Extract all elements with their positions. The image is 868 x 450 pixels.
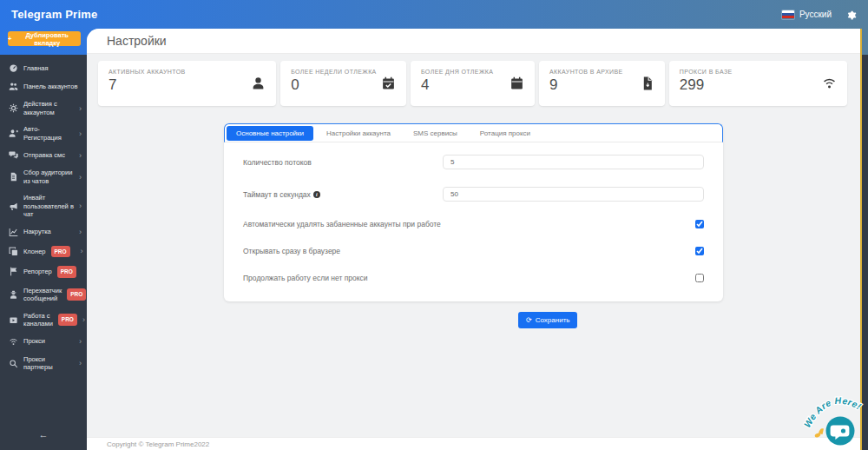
chevron-right-icon: › xyxy=(79,105,82,112)
user-plus-icon xyxy=(9,129,18,138)
stat-card-archived-accounts: АККАУНТОВ В АРХИВЕ 9 xyxy=(539,61,665,106)
sidebar: Главная Панель аккаунтов Действия с акка… xyxy=(0,55,87,450)
continue-without-proxy-row: Продолжать работу если нет прокси xyxy=(243,264,704,291)
sidebar-item-audience-collection[interactable]: Сбор аудитории из чатов › xyxy=(0,164,87,189)
pro-badge: PRO xyxy=(58,314,77,326)
stat-value: 9 xyxy=(549,76,654,94)
sidebar-item-account-actions[interactable]: Действия с аккаунтом › xyxy=(0,96,87,121)
stat-card-proxies: ПРОКСИ В БАЗЕ 299 xyxy=(669,61,847,106)
calendar-icon xyxy=(510,76,524,91)
language-label: Русский xyxy=(799,10,832,19)
chevron-right-icon: › xyxy=(79,202,82,209)
tab-proxy-rotation[interactable]: Ротация прокси xyxy=(469,125,542,142)
chevron-right-icon: › xyxy=(81,248,83,255)
chevron-right-icon: › xyxy=(79,174,82,181)
clone-icon xyxy=(9,247,18,256)
stat-card-day-rest: БОЛЕЕ ДНЯ ОТЛЕЖКА 4 xyxy=(411,61,535,106)
sidebar-item-boosting[interactable]: Накрутка › xyxy=(0,223,87,242)
autodelete-banned-label: Автоматически удалять забаненные аккаунт… xyxy=(243,220,441,228)
timeout-label: Таймаут в секундах i xyxy=(243,190,443,199)
timeout-input[interactable] xyxy=(443,187,704,202)
timeout-row: Таймаут в секундах i xyxy=(243,178,704,210)
settings-gear-icon[interactable] xyxy=(845,9,857,20)
open-in-browser-row: Открывать сразу в браузере xyxy=(243,237,704,264)
sidebar-item-accounts-panel[interactable]: Панель аккаунтов xyxy=(0,77,87,96)
settings-card: Основные настройки Настройки аккаунта SM… xyxy=(224,123,723,301)
russian-flag-icon xyxy=(782,10,794,19)
tab-content: Количество потоков Таймаут в секундах i … xyxy=(224,142,723,301)
chevron-right-icon: › xyxy=(79,360,82,367)
chat-bubble-icon xyxy=(826,417,855,446)
document-icon xyxy=(9,172,18,182)
sidebar-item-auto-registration[interactable]: Авто-Регистрация › xyxy=(0,121,87,146)
sidebar-item-invite-users[interactable]: Инвайт пользователей в чат › xyxy=(0,189,87,223)
channel-icon xyxy=(9,315,18,325)
stats-cards-row: АКТИВНЫХ АККАУНТОВ 7 БОЛЕЕ НЕДЕЛИ ОТЛЕЖК… xyxy=(98,61,847,106)
pro-badge: PRO xyxy=(57,266,76,278)
duplicate-tab-button[interactable]: + Дублировать вкладку xyxy=(8,31,81,46)
search-icon xyxy=(9,359,18,368)
chevron-right-icon: › xyxy=(79,338,82,345)
stat-value: 7 xyxy=(108,76,266,94)
hand-icon xyxy=(814,428,824,438)
continue-without-proxy-checkbox[interactable] xyxy=(695,274,704,282)
archive-file-icon xyxy=(640,76,654,91)
autodelete-banned-checkbox[interactable] xyxy=(695,220,704,228)
stat-card-week-rest: БОЛЕЕ НЕДЕЛИ ОТЛЕЖКА 0 xyxy=(280,61,406,106)
home-icon xyxy=(9,63,18,73)
calendar-check-icon xyxy=(381,76,396,91)
threads-count-label: Количество потоков xyxy=(243,158,443,167)
info-icon[interactable]: i xyxy=(313,191,320,198)
chat-icon xyxy=(9,150,18,160)
gear-icon xyxy=(9,103,18,113)
page-title-bar: Настройки xyxy=(87,29,860,54)
wifi-icon xyxy=(822,76,837,91)
megaphone-icon xyxy=(9,202,18,211)
spy-icon xyxy=(9,290,18,300)
sync-icon: ⟳ xyxy=(526,317,532,324)
page-title: Настройки xyxy=(107,34,167,48)
stat-value: 0 xyxy=(291,76,396,94)
chevron-right-icon: › xyxy=(79,130,82,137)
sidebar-item-proxy-partners[interactable]: Прокси партнеры › xyxy=(0,351,87,376)
tab-main-settings[interactable]: Основные настройки xyxy=(227,126,313,141)
chart-icon xyxy=(9,228,18,237)
users-icon xyxy=(9,82,18,91)
sidebar-item-message-interceptor[interactable]: Перехватчик сообщений PRO xyxy=(0,282,87,308)
wifi-icon xyxy=(9,337,18,347)
sidebar-item-sms-sending[interactable]: Отправка смс › xyxy=(0,146,87,164)
flag-icon xyxy=(9,267,18,276)
save-button[interactable]: ⟳ Сохранить xyxy=(518,312,577,328)
user-icon xyxy=(251,76,266,91)
language-selector[interactable]: Русский xyxy=(782,10,832,19)
chevron-right-icon: › xyxy=(82,316,85,323)
sidebar-collapse-button[interactable]: ← xyxy=(0,429,87,440)
autodelete-banned-row: Автоматически удалять забаненные аккаунт… xyxy=(243,210,704,237)
sidebar-item-home[interactable]: Главная xyxy=(0,59,87,77)
sidebar-item-reporter[interactable]: Репортер PRO › xyxy=(0,261,87,282)
support-chat-widget[interactable]: We Are Here! xyxy=(794,385,867,449)
open-in-browser-checkbox[interactable] xyxy=(695,247,704,255)
footer: Copyright © Telegram Prime2022 xyxy=(87,437,860,450)
threads-count-row: Количество потоков xyxy=(243,146,704,178)
sidebar-menu: Главная Панель аккаунтов Действия с акка… xyxy=(0,55,87,376)
pro-badge: PRO xyxy=(51,246,70,258)
chevron-right-icon: › xyxy=(79,228,82,235)
sidebar-item-cloner[interactable]: Клонер PRO › xyxy=(0,242,87,262)
sidebar-item-channels-work[interactable]: Работа с каналами PRO › xyxy=(0,308,87,333)
settings-tabs: Основные настройки Настройки аккаунта SM… xyxy=(224,123,723,142)
plus-icon: + xyxy=(8,35,11,43)
threads-count-input[interactable] xyxy=(443,155,704,169)
stat-value: 299 xyxy=(680,76,837,94)
tab-sms-services[interactable]: SMS сервисы xyxy=(402,125,469,142)
continue-without-proxy-label: Продолжать работу если нет прокси xyxy=(243,274,368,282)
main-content: Настройки АКТИВНЫХ АККАУНТОВ 7 БОЛЕЕ НЕД… xyxy=(87,29,862,450)
stat-card-active-accounts: АКТИВНЫХ АККАУНТОВ 7 xyxy=(98,61,276,106)
copyright-text: Copyright © Telegram Prime2022 xyxy=(107,440,209,448)
top-navbar: Telegram Prime Русский xyxy=(0,0,868,29)
sidebar-item-proxy[interactable]: Прокси › xyxy=(0,333,87,351)
chevron-right-icon: › xyxy=(79,152,82,159)
tab-account-settings[interactable]: Настройки аккаунта xyxy=(315,125,402,142)
open-in-browser-label: Открывать сразу в браузере xyxy=(243,247,340,255)
app-brand: Telegram Prime xyxy=(11,8,97,21)
